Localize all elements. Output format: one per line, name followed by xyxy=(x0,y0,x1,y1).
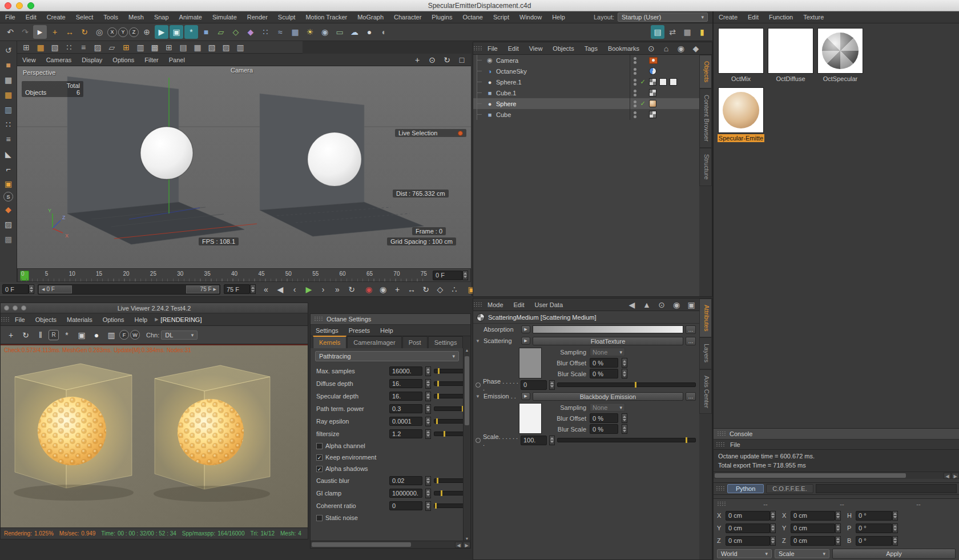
scattering-texture-button[interactable]: FloatTexture xyxy=(533,337,683,345)
points-mode-icon[interactable]: ∷ xyxy=(2,118,15,131)
size-z-field[interactable]: 0 cm xyxy=(791,536,835,546)
coherent-ratio-stepper[interactable] xyxy=(425,501,431,511)
max-samples-stepper[interactable] xyxy=(425,366,431,376)
om-menu-tags[interactable]: Tags xyxy=(579,43,603,54)
scale-tool-icon[interactable]: ↔ xyxy=(63,25,76,39)
record-keyframe-icon[interactable]: ◉ xyxy=(362,283,376,296)
menu-mesh[interactable]: Mesh xyxy=(123,11,149,23)
object-row-camera[interactable]: ◉ Camera xyxy=(473,55,699,66)
stepper[interactable] xyxy=(622,424,627,434)
scattering-blur-scale-field[interactable]: 0 % xyxy=(590,369,618,378)
quantize-settings-icon[interactable]: ⊞ xyxy=(162,41,176,54)
active-camera-tag-icon[interactable] xyxy=(649,57,658,64)
phase-field[interactable]: 0 xyxy=(521,380,547,390)
active-camera-label[interactable]: Camera xyxy=(227,66,256,74)
ray-epsilon-field[interactable]: 0.0001 xyxy=(389,417,422,426)
enabled-check-icon[interactable]: ✓ xyxy=(639,78,646,86)
workplane-x-icon[interactable]: ▧ xyxy=(205,41,219,54)
alpha-shadows-checkbox[interactable]: ✓ xyxy=(316,466,323,472)
workplane-camera-icon[interactable]: ▥ xyxy=(233,41,247,54)
uv-mode-icon[interactable]: ▥ xyxy=(2,103,15,116)
live-viewer-titlebar[interactable]: Live Viewer 2.24.2 Test4.2 xyxy=(1,303,308,313)
add-volume-icon[interactable]: ▦ xyxy=(288,25,302,39)
viewport-menu-view[interactable]: View xyxy=(17,54,41,66)
om-menu-objects[interactable]: Objects xyxy=(547,43,579,54)
paint-tool-icon[interactable]: ◆ xyxy=(2,203,15,216)
gi-clamp-field[interactable]: 1000000. xyxy=(389,489,422,498)
visibility-dots[interactable] xyxy=(634,68,636,75)
lv-menu-options[interactable]: Options xyxy=(98,314,130,325)
coord-scale-select[interactable]: Scale▾ xyxy=(775,549,829,558)
panel-grip[interactable] xyxy=(473,46,482,51)
range-start-field[interactable]: 0 F xyxy=(2,284,29,294)
viewport-zoom-icon[interactable]: ⊙ xyxy=(425,53,439,67)
object-row-cube1[interactable]: ■ Cube.1 xyxy=(473,87,699,98)
compare-ab-icon[interactable]: ▥ xyxy=(104,328,118,342)
search-icon[interactable]: ⊙ xyxy=(655,298,668,312)
material-browser[interactable]: OctMix OctDiffuse OctSpecular Specular-E… xyxy=(714,23,959,428)
coord-mode-select[interactable]: World▾ xyxy=(717,549,772,558)
panel-grip[interactable] xyxy=(473,302,482,308)
menu-create[interactable]: Create xyxy=(42,11,71,23)
x-axis-lock-icon[interactable]: X xyxy=(107,27,117,37)
record-scale-icon[interactable]: ↔ xyxy=(405,283,418,296)
goto-start-icon[interactable]: « xyxy=(259,283,273,296)
scrollbar-thumb[interactable] xyxy=(312,542,411,547)
layout-select[interactable]: Startup (User) ▾ xyxy=(618,13,708,22)
film-settings-icon[interactable]: F xyxy=(119,330,129,340)
tab-axis-center[interactable]: Axis Center xyxy=(699,369,712,414)
menu-octane[interactable]: Octane xyxy=(457,11,487,23)
snap-edge-icon[interactable]: ≡ xyxy=(76,41,90,54)
workplane-z-icon[interactable]: ▨ xyxy=(219,41,233,54)
panel-grip[interactable] xyxy=(717,501,726,507)
visibility-dots[interactable] xyxy=(634,57,636,64)
y-axis-lock-icon[interactable]: Y xyxy=(118,27,128,37)
ray-epsilon-stepper[interactable] xyxy=(425,417,431,426)
workplane-lock-icon[interactable]: ▤ xyxy=(176,41,190,54)
phong-tag-icon[interactable] xyxy=(649,111,656,118)
tab-layers[interactable]: Layers xyxy=(699,337,712,369)
console-header[interactable]: Console xyxy=(714,429,959,440)
channel-select[interactable]: DL ▾ xyxy=(161,331,198,340)
object-row-cube[interactable]: ■ Cube xyxy=(473,109,699,120)
scroll-up-icon[interactable]: ▲ xyxy=(464,348,470,352)
apply-button[interactable]: Apply xyxy=(832,549,956,559)
scattering-preview-swatch[interactable] xyxy=(519,348,542,378)
range-end-field[interactable]: 75 F xyxy=(224,284,250,294)
phong-tag-icon[interactable] xyxy=(649,78,656,86)
expand-arrow-icon[interactable]: ▼ xyxy=(476,394,481,399)
texture-tag-icon[interactable] xyxy=(659,78,667,86)
keyframe-ring-icon[interactable] xyxy=(476,438,481,443)
object-list[interactable]: ◉ Camera ◑ OctaneSky xyxy=(473,55,699,296)
caustic-blur-slider[interactable] xyxy=(434,478,466,483)
expand-arrow-icon[interactable]: ▼ xyxy=(476,339,481,344)
console-menu-file[interactable]: File xyxy=(725,439,746,450)
add-cube-icon[interactable]: ■ xyxy=(199,25,213,39)
frame-stepper[interactable] xyxy=(462,271,468,280)
tab-coffee[interactable]: C.O.F.F.E.E. xyxy=(766,484,813,493)
texture-tag-icon[interactable] xyxy=(670,78,677,86)
filtersize-slider[interactable] xyxy=(434,432,466,436)
tab-post[interactable]: Post xyxy=(402,336,428,348)
coherent-ratio-slider[interactable] xyxy=(434,503,466,508)
om-menu-file[interactable]: File xyxy=(482,43,503,54)
menu-character[interactable]: Character xyxy=(389,11,426,23)
prev-frame-icon[interactable]: ‹ xyxy=(288,283,301,296)
material-thumbnail[interactable] xyxy=(768,28,813,74)
render-region-icon[interactable]: ▣ xyxy=(170,25,183,39)
object-row-sphere[interactable]: ● Sphere ✓ xyxy=(473,98,699,109)
material-item-octmix[interactable]: OctMix xyxy=(718,28,764,83)
panel-grip[interactable] xyxy=(716,486,725,491)
am-menu-edit[interactable]: Edit xyxy=(509,299,530,311)
emission-port-button[interactable]: ▶ xyxy=(521,392,530,400)
emission-blur-offset-field[interactable]: 0 % xyxy=(590,413,618,423)
mat-menu-create[interactable]: Create xyxy=(714,11,743,23)
emission-more-button[interactable]: ... xyxy=(686,392,696,401)
texture-view-icon[interactable]: ▨ xyxy=(2,217,15,231)
lv-menu-help[interactable]: Help xyxy=(130,314,153,325)
emission-sampling-select[interactable]: None▾ xyxy=(590,403,625,412)
rotate-tool-icon[interactable]: ↻ xyxy=(78,25,91,39)
lv-menu-file[interactable]: File xyxy=(10,314,30,325)
octane-menu-settings[interactable]: Settings xyxy=(311,325,344,336)
tab-kernels[interactable]: Kernels xyxy=(313,336,346,348)
